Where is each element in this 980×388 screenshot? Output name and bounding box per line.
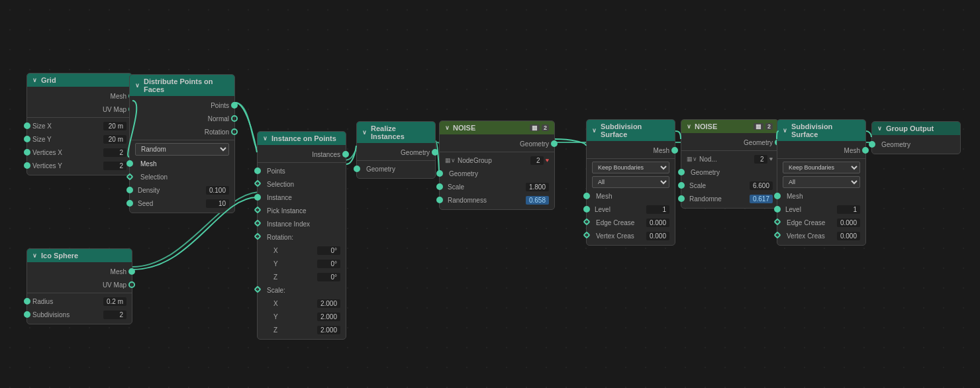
ico-header[interactable]: ∨ Ico Sphere	[27, 249, 132, 262]
grid-verty-socket[interactable]	[24, 162, 30, 169]
subdivision1-edgecrease-row: Edge Crease 0.000	[587, 216, 675, 229]
noise1-node: ∨ NOISE ▦ 2 Geometry ▦∨ NodeGroup 2 ♥ Ge…	[439, 121, 555, 210]
instance-scale-label: Scale:	[263, 287, 285, 294]
subdivision1-chevron: ∨	[592, 127, 597, 134]
ico-radius-socket[interactable]	[24, 298, 30, 305]
subdivision2-level-socket[interactable]	[774, 206, 781, 213]
instance-instances-socket[interactable]	[342, 151, 349, 158]
subdivision1-mesh-out-socket[interactable]	[671, 147, 678, 154]
realize-geo-out-label: Geometry	[401, 149, 430, 156]
grid-verty-value[interactable]: 2	[103, 162, 126, 170]
subdivision1-level-value[interactable]: 1	[646, 205, 669, 214]
noise2-randomness-value[interactable]: 0.617	[750, 195, 773, 203]
instance-on-points-node: ∨ Instance on Points Instances Points Se…	[257, 131, 346, 340]
subdivision2-vertexcreas-socket[interactable]	[773, 231, 781, 238]
distribute-density-value[interactable]: 0.100	[206, 186, 229, 195]
subdivision2-edgecrease-value[interactable]: 0.000	[837, 218, 860, 227]
noise1-geo-in-socket[interactable]	[436, 170, 443, 177]
subdivision2-keepbounds-dropdown[interactable]: Keep Boundaries	[783, 162, 860, 173]
grid-sizex-socket[interactable]	[24, 122, 30, 129]
noise1-scale-value[interactable]: 1.800	[526, 183, 549, 191]
subdivision1-edgecrease-socket[interactable]	[583, 218, 590, 225]
noise1-scale-socket[interactable]	[436, 183, 443, 190]
instance-instance-socket[interactable]	[254, 194, 261, 201]
realize-header[interactable]: ∨ Realize Instances	[357, 122, 435, 143]
subdivision2-edgecrease-socket[interactable]	[773, 218, 781, 225]
instance-index-socket[interactable]	[254, 219, 261, 226]
grid-vertx-socket[interactable]	[24, 149, 30, 156]
noise2-geo-in-socket[interactable]	[678, 169, 685, 175]
noise2-scale-socket[interactable]	[678, 182, 685, 189]
subdivision2-mesh-in-socket[interactable]	[774, 193, 781, 199]
group-output-node: ∨ Group Output Geometry	[871, 121, 961, 154]
distribute-node: ∨ Distribute Points on Faces Points Norm…	[129, 74, 235, 213]
noise1-header[interactable]: ∨ NOISE ▦ 2	[440, 121, 554, 134]
grid-sizex-value[interactable]: 20 m	[103, 122, 126, 130]
instance-rot-x-value[interactable]: 0°	[317, 246, 340, 255]
grid-sizey-socket[interactable]	[24, 136, 30, 142]
distribute-density-socket[interactable]	[126, 187, 133, 193]
instance-pick-socket[interactable]	[254, 206, 261, 213]
noise2-randomness-label: Randomne	[687, 195, 750, 203]
realize-instances-node: ∨ Realize Instances Geometry Geometry	[356, 121, 436, 179]
ico-subdivisions-socket[interactable]	[24, 311, 30, 318]
distribute-seed-socket[interactable]	[126, 200, 133, 207]
grid-vertx-value[interactable]: 2	[103, 148, 126, 157]
noise2-randomness-socket[interactable]	[678, 195, 685, 202]
subdivision1-level-socket[interactable]	[583, 206, 590, 213]
instance-points-socket[interactable]	[254, 168, 261, 174]
instance-scale-x-value[interactable]: 2.000	[317, 299, 340, 308]
noise1-scale-label: Scale	[445, 183, 526, 191]
subdivision1-vertexcreas-socket[interactable]	[583, 231, 590, 238]
subdivision2-header[interactable]: ∨ Subdivision Surface	[777, 120, 865, 141]
noise1-randomness-value[interactable]: 0.658	[526, 196, 549, 205]
noise2-geo-out-label: Geometry	[744, 139, 773, 146]
noise1-body: Geometry ▦∨ NodeGroup 2 ♥ Geometry Scale…	[440, 134, 554, 209]
instance-scale-y-value[interactable]: 2.000	[317, 313, 340, 321]
subdivision2-body: Mesh Keep Boundaries All Mesh Level 1 Ed…	[777, 141, 865, 245]
distribute-points-socket[interactable]	[231, 102, 238, 109]
distribute-mesh-socket[interactable]	[126, 160, 133, 167]
instance-selection-socket[interactable]	[254, 179, 261, 187]
group-output-geo-socket[interactable]	[869, 141, 875, 148]
realize-geo-out-socket[interactable]	[432, 149, 438, 156]
instance-rot-y-value[interactable]: 0°	[317, 260, 340, 268]
distribute-random-dropdown[interactable]: Random	[135, 143, 229, 156]
group-output-header[interactable]: ∨ Group Output	[872, 122, 960, 135]
distribute-seed-value[interactable]: 10	[206, 199, 229, 208]
instance-instance-label: Instance	[263, 194, 292, 201]
instance-rotation-diamond[interactable]	[254, 232, 261, 240]
distribute-normal-socket[interactable]	[231, 115, 238, 122]
subdivision2-vertexcreas-value[interactable]: 0.000	[837, 232, 860, 240]
distribute-header[interactable]: ∨ Distribute Points on Faces	[130, 75, 234, 96]
noise2-scale-value[interactable]: 6.600	[750, 181, 773, 190]
grid-node-header[interactable]: ∨ Grid	[27, 73, 132, 87]
noise2-header[interactable]: ∨ NOISE ▦ 2	[681, 120, 778, 133]
subdivision2-mesh-out-socket[interactable]	[862, 147, 869, 154]
grid-sizey-value[interactable]: 20 m	[103, 135, 126, 144]
instance-scale-z-value[interactable]: 2.000	[317, 326, 340, 334]
subdivision1-mesh-in-socket[interactable]	[583, 193, 590, 199]
ico-radius-value[interactable]: 0.2 m	[103, 297, 126, 306]
ico-mesh-socket[interactable]	[128, 268, 135, 275]
ico-subdivisions-row: Subdivisions 2	[27, 308, 132, 321]
distribute-rotation-socket[interactable]	[231, 128, 238, 135]
instance-scale-diamond[interactable]	[254, 285, 261, 293]
realize-geo-in-socket[interactable]	[354, 166, 360, 172]
subdivision1-edgecrease-value[interactable]: 0.000	[646, 218, 669, 227]
ico-uvmap-socket[interactable]	[128, 281, 135, 288]
instance-header[interactable]: ∨ Instance on Points	[258, 132, 346, 145]
noise1-randomness-socket[interactable]	[436, 197, 443, 203]
subdivision2-level-value[interactable]: 1	[837, 205, 860, 214]
subdivision2-all-dropdown[interactable]: All	[783, 176, 860, 188]
subdivision1-header[interactable]: ∨ Subdivision Surface	[587, 120, 675, 141]
subdivision2-mesh-out-label: Mesh	[844, 147, 860, 154]
subdivision1-keepbounds-dropdown[interactable]: Keep Boundaries	[592, 162, 669, 173]
instance-points-in: Points	[258, 164, 346, 177]
subdivision1-all-dropdown[interactable]: All	[592, 176, 669, 188]
subdivision1-mesh-out: Mesh	[587, 144, 675, 157]
ico-subdivisions-value[interactable]: 2	[103, 311, 126, 319]
instance-rot-z-value[interactable]: 0°	[317, 273, 340, 281]
subdivision1-vertexcreas-value[interactable]: 0.000	[646, 232, 669, 240]
noise1-geo-out-socket[interactable]	[551, 140, 558, 147]
